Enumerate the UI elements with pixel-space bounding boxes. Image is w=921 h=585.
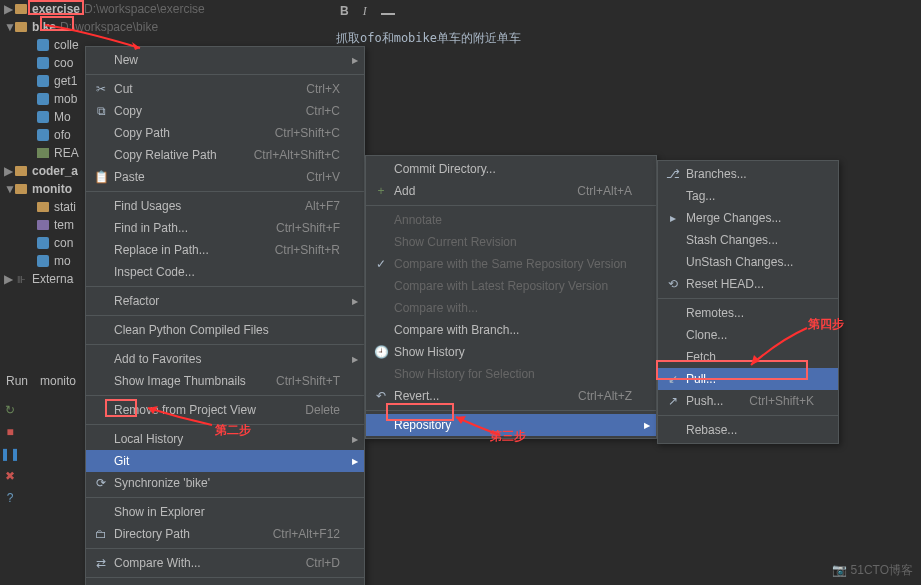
collapse-icon[interactable]: ▼ [4, 20, 14, 34]
editor-toolbar: B I [310, 0, 921, 22]
editor-line: 抓取ofo和mobike单车的附近单车 [336, 30, 521, 47]
tree-label: colle [54, 38, 79, 52]
menu-inspect-code[interactable]: Inspect Code... [86, 261, 364, 283]
tree-label: REA [54, 146, 79, 160]
menu-compare-branch[interactable]: Compare with Branch... [366, 319, 656, 341]
menu-paste[interactable]: 📋PasteCtrl+V [86, 166, 364, 188]
menu-separator [86, 315, 364, 316]
run-file: monito [40, 374, 76, 388]
menu-separator [86, 344, 364, 345]
menu-separator [366, 205, 656, 206]
python-icon [37, 57, 49, 69]
help-icon[interactable]: ? [2, 490, 18, 506]
sync-icon: ⟳ [92, 476, 110, 490]
menu-add-favorites[interactable]: Add to Favorites [86, 348, 364, 370]
menu-new[interactable]: New [86, 49, 364, 71]
menu-remotes[interactable]: Remotes... [658, 302, 838, 324]
menu-local-history[interactable]: Local History [86, 428, 364, 450]
menu-copy-relative-path[interactable]: Copy Relative PathCtrl+Alt+Shift+C [86, 144, 364, 166]
repository-submenu: ⎇Branches... Tag... ▸Merge Changes... St… [657, 160, 839, 444]
close-icon[interactable]: ✖ [2, 468, 18, 484]
tree-label: monito [32, 182, 72, 196]
menu-stash[interactable]: Stash Changes... [658, 229, 838, 251]
menu-replace-in-path[interactable]: Replace in Path...Ctrl+Shift+R [86, 239, 364, 261]
menu-remove-from-project[interactable]: Remove from Project ViewDelete [86, 399, 364, 421]
menu-find-usages[interactable]: Find UsagesAlt+F7 [86, 195, 364, 217]
menu-annotate: Annotate [366, 209, 656, 231]
expand-icon[interactable]: ▶ [4, 2, 14, 16]
tree-path: D:\workspace\bike [60, 20, 158, 34]
tree-label: mo [54, 254, 71, 268]
merge-icon: ▸ [664, 211, 682, 225]
tree-label: Externa [32, 272, 73, 286]
menu-compare-with: Compare with... [366, 297, 656, 319]
python-icon [37, 39, 49, 51]
menu-commit-directory[interactable]: Commit Directory... [366, 158, 656, 180]
menu-cut[interactable]: ✂CutCtrl+X [86, 78, 364, 100]
menu-show-in-explorer[interactable]: Show in Explorer [86, 501, 364, 523]
tree-label: bike [32, 20, 56, 34]
tree-path: D:\workspace\exercise [84, 2, 205, 16]
expand-icon[interactable]: ▶ [4, 164, 14, 178]
tree-node-exercise[interactable]: ▶ exercise D:\workspace\exercise [0, 0, 300, 18]
expand-icon[interactable]: ▶ [4, 272, 14, 286]
menu-clean-compiled[interactable]: Clean Python Compiled Files [86, 319, 364, 341]
tree-label: coder_a [32, 164, 78, 178]
menu-compare-with[interactable]: ⇄Compare With...Ctrl+D [86, 552, 364, 574]
menu-fetch[interactable]: Fetch [658, 346, 838, 368]
menu-tag[interactable]: Tag... [658, 185, 838, 207]
pull-icon: ↙ [664, 372, 682, 386]
history-icon: 🕘 [372, 345, 390, 359]
menu-separator [658, 298, 838, 299]
menu-refactor[interactable]: Refactor [86, 290, 364, 312]
menu-find-in-path[interactable]: Find in Path...Ctrl+Shift+F [86, 217, 364, 239]
menu-compare-same: ✓Compare with the Same Repository Versio… [366, 253, 656, 275]
menu-show-history[interactable]: 🕘Show History [366, 341, 656, 363]
reset-icon: ⟲ [664, 277, 682, 291]
menu-separator [658, 415, 838, 416]
menu-git[interactable]: Git [86, 450, 364, 472]
folder-icon [15, 22, 27, 32]
menu-copy-path[interactable]: Copy PathCtrl+Shift+C [86, 122, 364, 144]
menu-copy[interactable]: ⧉CopyCtrl+C [86, 100, 364, 122]
menu-branches[interactable]: ⎇Branches... [658, 163, 838, 185]
python-icon [37, 75, 49, 87]
underline-button[interactable] [381, 13, 395, 15]
menu-add[interactable]: +AddCtrl+Alt+A [366, 180, 656, 202]
diff-icon: ⇄ [92, 556, 110, 570]
run-toolwindow-header[interactable]: Run monito [0, 372, 82, 390]
menu-separator [86, 577, 364, 578]
tree-label: coo [54, 56, 73, 70]
tree-label: con [54, 236, 73, 250]
tree-node-bike[interactable]: ▼ bike D:\workspace\bike [0, 18, 300, 36]
folder-icon: 🗀 [92, 527, 110, 541]
menu-push[interactable]: ↗Push...Ctrl+Shift+K [658, 390, 838, 412]
menu-reset-head[interactable]: ⟲Reset HEAD... [658, 273, 838, 295]
collapse-icon[interactable]: ▼ [4, 182, 14, 196]
menu-separator [86, 191, 364, 192]
menu-pull[interactable]: ↙Pull... [658, 368, 838, 390]
git-submenu: Commit Directory... +AddCtrl+Alt+A Annot… [365, 155, 657, 439]
menu-rebase[interactable]: Rebase... [658, 419, 838, 441]
menu-unstash[interactable]: UnStash Changes... [658, 251, 838, 273]
menu-separator [86, 286, 364, 287]
bold-button[interactable]: B [340, 4, 349, 18]
menu-revert[interactable]: ↶Revert...Ctrl+Alt+Z [366, 385, 656, 407]
folder-icon [37, 220, 49, 230]
pause-icon[interactable]: ❚❚ [2, 446, 18, 462]
stop-icon[interactable]: ■ [2, 424, 18, 440]
cut-icon: ✂ [92, 82, 110, 96]
menu-show-thumbnails[interactable]: Show Image ThumbnailsCtrl+Shift+T [86, 370, 364, 392]
menu-repository[interactable]: Repository [366, 414, 656, 436]
menu-directory-path[interactable]: 🗀Directory PathCtrl+Alt+F12 [86, 523, 364, 545]
menu-merge[interactable]: ▸Merge Changes... [658, 207, 838, 229]
python-icon [37, 93, 49, 105]
menu-synchronize[interactable]: ⟳Synchronize 'bike' [86, 472, 364, 494]
menu-mark-directory[interactable]: Mark Directory as [86, 581, 364, 585]
menu-clone[interactable]: Clone... [658, 324, 838, 346]
python-icon [37, 129, 49, 141]
rerun-icon[interactable]: ↻ [2, 402, 18, 418]
context-menu: New ✂CutCtrl+X ⧉CopyCtrl+C Copy PathCtrl… [85, 46, 365, 585]
watermark: 📷 51CTO博客 [832, 562, 913, 579]
italic-button[interactable]: I [363, 4, 367, 19]
